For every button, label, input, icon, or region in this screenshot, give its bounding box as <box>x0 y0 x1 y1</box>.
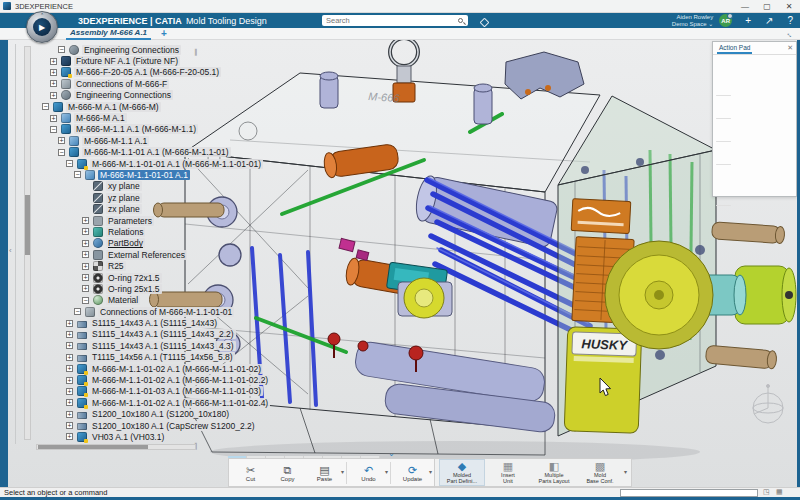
user-info[interactable]: Aiden Rowley Demo Space ⌄ <box>672 14 713 28</box>
action-pad-icon[interactable] <box>745 98 760 112</box>
action-pad-icon[interactable] <box>745 57 760 71</box>
collapse-tree-chevron[interactable]: ‹ <box>9 246 12 255</box>
tree-expander[interactable] <box>82 240 89 247</box>
tree-row[interactable]: R25 <box>34 260 434 271</box>
tree-expander[interactable] <box>82 217 89 224</box>
tree-row[interactable]: PartBody <box>34 238 434 249</box>
tab-assembly-m666[interactable]: Assembly M-666 A.1 <box>66 28 151 40</box>
compass-play-icon[interactable]: ▶ <box>33 18 51 36</box>
tree-row[interactable]: Fixture NF A.1 (Fixture NF) <box>34 55 434 66</box>
action-pad-icon[interactable] <box>715 57 730 71</box>
action-pad-icon[interactable] <box>716 95 731 96</box>
close-button[interactable]: ✕ <box>778 2 800 11</box>
action-pad-icon[interactable] <box>760 185 775 199</box>
tree-row[interactable]: VH03 A.1 (VH03.1) <box>34 431 434 442</box>
tree-row[interactable]: M-666-F-20-05 A.1 (M-666-F-20-05.1) <box>34 67 434 78</box>
tree-row[interactable]: O-ring 72x1.5 <box>34 272 434 283</box>
toolbar-button[interactable]: ↶ Undo <box>350 459 387 486</box>
tree-expander[interactable] <box>66 354 73 361</box>
tree-row[interactable]: M-666-M A.1 (M-666-M) <box>34 101 434 112</box>
status-icon-1[interactable]: ◳ <box>763 488 770 496</box>
mold-command-button[interactable]: ▩ Mold Base Conf. <box>577 459 623 486</box>
tree-vertical-scrollbar[interactable] <box>24 46 31 440</box>
tree-expander[interactable] <box>74 308 81 315</box>
action-pad-icon[interactable] <box>730 185 745 199</box>
action-pad-icon[interactable] <box>745 75 760 89</box>
status-icon-2[interactable]: ▦ <box>776 488 783 496</box>
more-tabs-chevron-icon[interactable]: ⌄ <box>388 449 395 458</box>
toolbar-button[interactable] <box>346 462 347 484</box>
minimize-button[interactable]: — <box>734 2 756 11</box>
tree-row[interactable]: M-666-M-1.1-01-02 A.1 (M-666-M-1.1-01-02… <box>34 397 434 408</box>
tree-expander[interactable] <box>50 69 57 76</box>
action-pad-icon[interactable] <box>715 98 730 112</box>
tree-expander[interactable] <box>50 92 57 99</box>
tree-expander[interactable] <box>66 331 73 338</box>
action-pad-icon[interactable] <box>775 75 790 89</box>
tree-row[interactable]: Parameters <box>34 215 434 226</box>
action-pad-icon[interactable] <box>730 98 745 112</box>
scrollbar-thumb[interactable] <box>25 195 30 255</box>
tree-row[interactable]: Material <box>34 295 434 306</box>
action-pad-icon[interactable] <box>760 75 775 89</box>
tree-expander[interactable] <box>66 377 73 384</box>
tree-row[interactable]: M-666-M-1.1 A.1 <box>34 135 434 146</box>
toolbar-button[interactable]: ✂ Cut <box>232 459 269 486</box>
tree-expander[interactable] <box>58 137 65 144</box>
toolbar-button[interactable] <box>390 462 391 484</box>
action-pad-icon[interactable] <box>716 164 731 165</box>
action-pad-icon[interactable] <box>730 57 745 71</box>
workspace-menu[interactable]: Demo Space ⌄ <box>672 21 713 27</box>
tree-row[interactable]: S1115_14x43 A.1 (S1115_14x43) <box>34 317 434 328</box>
tree-expander[interactable] <box>66 320 73 327</box>
tree-row[interactable]: M-666-M A.1 <box>34 112 434 123</box>
tree-row[interactable]: External References <box>34 249 434 260</box>
tree-row[interactable]: Relations <box>34 226 434 237</box>
scrollbar-thumb[interactable] <box>38 445 148 449</box>
tree-row[interactable]: Engineering Connections <box>34 44 434 55</box>
tree-row[interactable]: M-666-M-1.1-01 A.1 (M-666-M-1.1-01) <box>34 147 434 158</box>
tree-expander[interactable] <box>82 285 89 292</box>
tree-row[interactable]: Connections of M-666-M-1.1-01-01 <box>34 306 434 317</box>
action-pad-icon[interactable] <box>715 208 730 222</box>
tree-row[interactable]: S1200_10x180 A.1 (S1200_10x180) <box>34 409 434 420</box>
expand-viewport-icon[interactable]: ↔ <box>784 28 796 40</box>
tree-expander[interactable] <box>82 297 89 304</box>
action-pad-icon[interactable] <box>716 141 731 142</box>
search-input[interactable] <box>322 16 458 25</box>
3d-compass[interactable]: ⌃ ▶ <box>26 11 58 43</box>
action-pad-icon[interactable] <box>730 167 745 181</box>
tree-expander[interactable] <box>66 411 73 418</box>
tree-row[interactable]: xy plane <box>34 181 434 192</box>
tree-row[interactable]: Connections of M-666-F <box>34 78 434 89</box>
tree-expander[interactable] <box>66 388 73 395</box>
tree-expander[interactable] <box>42 103 49 110</box>
tree-expander[interactable] <box>66 433 73 440</box>
tree-row[interactable]: M-666-M-1.1-01-02 A.1 (M-666-M-1.1-01-02… <box>34 363 434 374</box>
splitter-handle-top[interactable]: ∥ <box>194 48 198 56</box>
share-icon[interactable]: ↗ <box>765 13 773 28</box>
tree-row[interactable]: T1115_14x56 A.1 (T1115_14x56_5.8) <box>34 352 434 363</box>
mold-command-button[interactable]: ◧ Multiple Parts Layout <box>531 459 577 486</box>
mold-command-button[interactable]: ▦ Insert Unit <box>485 459 531 486</box>
tree-expander[interactable] <box>66 160 73 167</box>
avatar[interactable]: AR <box>719 14 732 27</box>
action-pad-icon[interactable] <box>715 185 730 199</box>
tree-expander[interactable] <box>82 263 89 270</box>
action-pad-close-icon[interactable]: ✕ <box>787 44 793 52</box>
action-pad-icon[interactable] <box>715 167 730 181</box>
action-pad-icon[interactable] <box>775 167 790 181</box>
tree-expander[interactable] <box>50 80 57 87</box>
tree-expander[interactable] <box>66 342 73 349</box>
add-tab-button[interactable]: + <box>161 28 167 39</box>
command-input[interactable] <box>620 489 758 497</box>
toolbar-button[interactable]: ⧉ Copy <box>269 459 306 486</box>
maximize-button[interactable]: ▢ <box>756 2 778 11</box>
tree-expander[interactable] <box>82 251 89 258</box>
tree-expander[interactable] <box>82 228 89 235</box>
tree-expander[interactable] <box>58 149 65 156</box>
tree-expander[interactable] <box>58 46 65 53</box>
help-icon[interactable]: ? <box>787 13 793 28</box>
tree-row[interactable]: S1115_14x43 A.1 (S1115_14x43_2.2) <box>34 329 434 340</box>
tree-expander[interactable] <box>50 126 57 133</box>
